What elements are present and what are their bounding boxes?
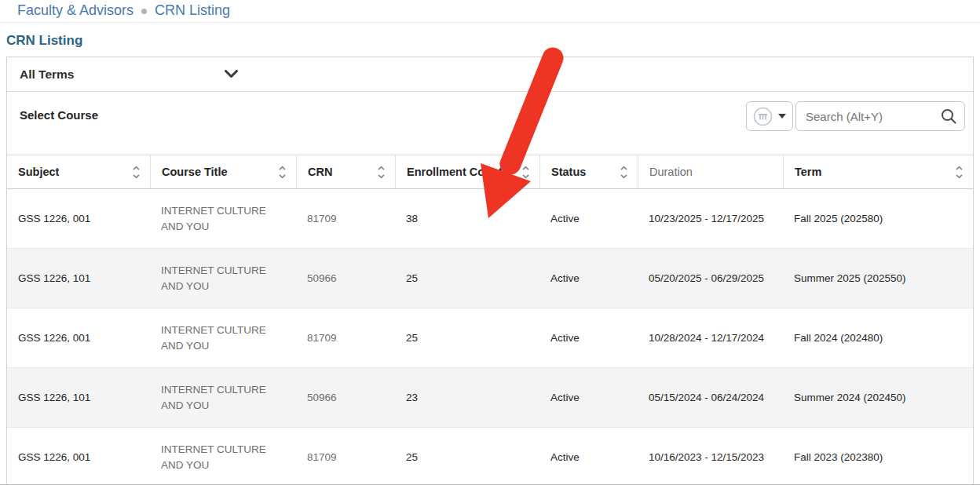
column-header-label: Status [551, 166, 586, 178]
cell-course-title: INTERNET CULTURE AND YOU [150, 323, 296, 353]
sort-icon [521, 164, 530, 181]
term-selector-value: All Terms [20, 67, 75, 82]
table-controls [746, 101, 965, 131]
cell-enrollment-count: 23 [395, 390, 539, 406]
cell-crn: 81709 [296, 330, 395, 346]
table-row[interactable]: GSS 1226, 101 INTERNET CULTURE AND YOU 5… [7, 249, 973, 308]
cell-term: Summer 2024 (202450) [783, 390, 973, 406]
cell-enrollment-count: 25 [395, 450, 539, 465]
cell-enrollment-count: 38 [395, 211, 539, 227]
column-header-label: Subject [18, 166, 59, 178]
cell-crn: 50966 [296, 271, 395, 286]
chevron-down-icon [225, 70, 238, 78]
cell-duration: 10/28/2024 - 12/17/2024 [638, 330, 783, 346]
sort-icon [955, 164, 964, 181]
cell-subject: GSS 1226, 001 [7, 450, 150, 465]
select-course-row: Select Course [7, 92, 973, 155]
table-body: GSS 1226, 001 INTERNET CULTURE AND YOU 8… [7, 189, 973, 485]
page-title: CRN Listing [6, 33, 980, 49]
cell-duration: 05/15/2024 - 06/24/2024 [638, 390, 783, 406]
breadcrumb-link-faculty-advisors[interactable]: Faculty & Advisors [17, 2, 133, 19]
column-header-duration[interactable]: Duration [638, 155, 783, 188]
cell-status: Active [539, 390, 638, 406]
cell-status: Active [539, 330, 638, 346]
cell-term: Fall 2024 (202480) [783, 330, 973, 346]
breadcrumb-separator-icon [141, 9, 147, 14]
table-row[interactable]: GSS 1226, 001 INTERNET CULTURE AND YOU 8… [7, 189, 973, 249]
table-header-row: Subject Course Title CRN Enrollment Coun… [7, 155, 973, 189]
crn-listing-panel: All Terms Select Course [6, 57, 974, 485]
cell-enrollment-count: 25 [395, 330, 539, 346]
cell-enrollment-count: 25 [395, 271, 539, 286]
column-header-label: Term [795, 166, 821, 178]
search-icon[interactable] [940, 108, 957, 125]
column-header-term[interactable]: Term [783, 155, 973, 188]
crn-table: Subject Course Title CRN Enrollment Coun… [7, 155, 973, 485]
cell-course-title: INTERNET CULTURE AND YOU [150, 382, 296, 413]
table-row[interactable]: GSS 1226, 101 INTERNET CULTURE AND YOU 5… [7, 368, 973, 428]
sort-icon [377, 164, 386, 181]
column-header-label: Duration [649, 166, 693, 178]
column-header-crn[interactable]: CRN [296, 155, 395, 188]
sort-icon [132, 164, 141, 181]
cell-crn: 81709 [296, 211, 395, 227]
caret-down-icon [778, 114, 786, 119]
cell-course-title: INTERNET CULTURE AND YOU [150, 203, 296, 234]
cell-subject: GSS 1226, 001 [7, 330, 150, 346]
sort-icon [278, 164, 287, 181]
cell-duration: 05/20/2025 - 06/29/2025 [638, 271, 783, 286]
cell-duration: 10/23/2025 - 12/17/2025 [638, 211, 783, 227]
column-header-course-title[interactable]: Course Title [150, 155, 296, 188]
cell-status: Active [539, 271, 638, 286]
sort-icon [620, 164, 628, 181]
column-header-label: CRN [308, 166, 332, 178]
column-settings-button[interactable] [746, 101, 793, 131]
cell-status: Active [539, 450, 638, 465]
column-header-subject[interactable]: Subject [7, 155, 150, 188]
term-selector-row: All Terms [7, 57, 973, 92]
table-row[interactable]: GSS 1226, 001 INTERNET CULTURE AND YOU 8… [7, 308, 973, 368]
cell-crn: 50966 [296, 390, 395, 406]
breadcrumb: Faculty & Advisors CRN Listing [0, 0, 980, 23]
select-course-label: Select Course [20, 108, 98, 122]
column-header-label: Enrollment Count [407, 166, 503, 178]
cell-term: Fall 2025 (202580) [783, 211, 973, 227]
breadcrumb-current-crn-listing[interactable]: CRN Listing [155, 2, 230, 19]
cell-crn: 81709 [296, 450, 395, 465]
cell-term: Summer 2025 (202550) [783, 271, 973, 286]
table-columns-icon [753, 107, 773, 126]
column-header-label: Course Title [162, 166, 228, 178]
cell-subject: GSS 1226, 101 [7, 390, 150, 406]
cell-course-title: INTERNET CULTURE AND YOU [150, 442, 296, 472]
column-header-status[interactable]: Status [539, 155, 638, 188]
term-selector[interactable]: All Terms [20, 67, 238, 82]
cell-term: Fall 2023 (202380) [783, 450, 973, 465]
cell-course-title: INTERNET CULTURE AND YOU [150, 263, 296, 294]
cell-subject: GSS 1226, 001 [7, 211, 150, 227]
cell-duration: 10/16/2023 - 12/15/2023 [638, 450, 783, 465]
search-box [795, 101, 965, 131]
column-header-enrollment-count[interactable]: Enrollment Count [395, 155, 539, 188]
cell-status: Active [539, 211, 638, 227]
cell-subject: GSS 1226, 101 [7, 271, 150, 286]
table-row[interactable]: GSS 1226, 001 INTERNET CULTURE AND YOU 8… [7, 428, 973, 485]
